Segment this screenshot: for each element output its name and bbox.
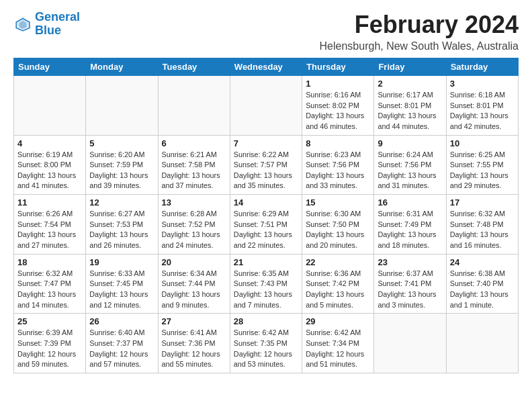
day-number: 29 bbox=[306, 316, 370, 326]
day-info: Sunrise: 6:25 AM Sunset: 7:55 PM Dayligh… bbox=[450, 150, 515, 192]
calendar-cell: 11Sunrise: 6:26 AM Sunset: 7:54 PM Dayli… bbox=[14, 195, 86, 255]
day-number: 1 bbox=[306, 79, 370, 89]
page-title: February 2024 bbox=[320, 11, 519, 39]
day-number: 20 bbox=[162, 257, 226, 267]
day-number: 17 bbox=[450, 197, 515, 208]
logo-blue: Blue bbox=[35, 24, 61, 37]
day-number: 6 bbox=[162, 138, 226, 148]
day-number: 15 bbox=[306, 197, 370, 208]
calendar-cell: 29Sunrise: 6:42 AM Sunset: 7:34 PM Dayli… bbox=[302, 314, 374, 373]
calendar-cell: 22Sunrise: 6:36 AM Sunset: 7:42 PM Dayli… bbox=[302, 254, 374, 314]
col-header-saturday: Saturday bbox=[446, 58, 518, 76]
calendar-cell: 13Sunrise: 6:28 AM Sunset: 7:52 PM Dayli… bbox=[158, 195, 230, 255]
day-info: Sunrise: 6:40 AM Sunset: 7:37 PM Dayligh… bbox=[89, 328, 154, 370]
day-info: Sunrise: 6:17 AM Sunset: 8:01 PM Dayligh… bbox=[378, 90, 442, 132]
day-number: 28 bbox=[234, 316, 298, 326]
calendar-cell bbox=[230, 76, 302, 136]
day-info: Sunrise: 6:42 AM Sunset: 7:35 PM Dayligh… bbox=[234, 328, 298, 370]
calendar-cell bbox=[446, 314, 518, 373]
day-info: Sunrise: 6:31 AM Sunset: 7:49 PM Dayligh… bbox=[378, 209, 442, 251]
day-info: Sunrise: 6:26 AM Sunset: 7:54 PM Dayligh… bbox=[17, 209, 82, 251]
day-number: 9 bbox=[378, 138, 442, 148]
calendar-cell: 21Sunrise: 6:35 AM Sunset: 7:43 PM Dayli… bbox=[230, 254, 302, 314]
day-info: Sunrise: 6:20 AM Sunset: 7:59 PM Dayligh… bbox=[89, 150, 154, 192]
logo-text: General Blue bbox=[35, 11, 80, 38]
day-info: Sunrise: 6:28 AM Sunset: 7:52 PM Dayligh… bbox=[162, 209, 226, 251]
day-number: 27 bbox=[162, 316, 226, 326]
day-number: 12 bbox=[89, 197, 154, 208]
day-info: Sunrise: 6:18 AM Sunset: 8:01 PM Dayligh… bbox=[450, 90, 515, 132]
calendar-cell: 26Sunrise: 6:40 AM Sunset: 7:37 PM Dayli… bbox=[86, 314, 158, 373]
calendar-cell bbox=[14, 76, 86, 136]
day-info: Sunrise: 6:32 AM Sunset: 7:47 PM Dayligh… bbox=[17, 269, 82, 311]
col-header-tuesday: Tuesday bbox=[158, 58, 230, 76]
day-info: Sunrise: 6:32 AM Sunset: 7:48 PM Dayligh… bbox=[450, 209, 515, 251]
calendar-cell: 6Sunrise: 6:21 AM Sunset: 7:58 PM Daylig… bbox=[158, 135, 230, 195]
day-info: Sunrise: 6:24 AM Sunset: 7:56 PM Dayligh… bbox=[378, 150, 442, 192]
calendar-cell: 24Sunrise: 6:38 AM Sunset: 7:40 PM Dayli… bbox=[446, 254, 518, 314]
calendar-cell bbox=[86, 76, 158, 136]
calendar-week-5: 25Sunrise: 6:39 AM Sunset: 7:39 PM Dayli… bbox=[14, 314, 519, 373]
day-info: Sunrise: 6:34 AM Sunset: 7:44 PM Dayligh… bbox=[162, 269, 226, 311]
logo: General Blue bbox=[13, 11, 80, 38]
day-info: Sunrise: 6:19 AM Sunset: 8:00 PM Dayligh… bbox=[17, 150, 82, 192]
day-number: 5 bbox=[89, 138, 154, 148]
calendar-cell: 1Sunrise: 6:16 AM Sunset: 8:02 PM Daylig… bbox=[302, 76, 374, 136]
day-number: 4 bbox=[17, 138, 82, 148]
calendar-cell: 5Sunrise: 6:20 AM Sunset: 7:59 PM Daylig… bbox=[86, 135, 158, 195]
calendar-cell: 12Sunrise: 6:27 AM Sunset: 7:53 PM Dayli… bbox=[86, 195, 158, 255]
calendar-cell: 20Sunrise: 6:34 AM Sunset: 7:44 PM Dayli… bbox=[158, 254, 230, 314]
day-info: Sunrise: 6:38 AM Sunset: 7:40 PM Dayligh… bbox=[450, 269, 515, 311]
calendar-week-1: 1Sunrise: 6:16 AM Sunset: 8:02 PM Daylig… bbox=[14, 76, 519, 136]
day-info: Sunrise: 6:33 AM Sunset: 7:45 PM Dayligh… bbox=[89, 269, 154, 311]
page-subtitle: Helensburgh, New South Wales, Australia bbox=[320, 40, 519, 52]
day-number: 2 bbox=[378, 79, 442, 89]
col-header-monday: Monday bbox=[86, 58, 158, 76]
day-number: 19 bbox=[89, 257, 154, 267]
calendar-week-2: 4Sunrise: 6:19 AM Sunset: 8:00 PM Daylig… bbox=[14, 135, 519, 195]
calendar-cell bbox=[158, 76, 230, 136]
calendar-cell: 23Sunrise: 6:37 AM Sunset: 7:41 PM Dayli… bbox=[374, 254, 446, 314]
day-number: 18 bbox=[17, 257, 82, 267]
day-number: 16 bbox=[378, 197, 442, 208]
day-number: 23 bbox=[378, 257, 442, 267]
day-info: Sunrise: 6:35 AM Sunset: 7:43 PM Dayligh… bbox=[234, 269, 298, 311]
calendar-week-4: 18Sunrise: 6:32 AM Sunset: 7:47 PM Dayli… bbox=[14, 254, 519, 314]
day-info: Sunrise: 6:21 AM Sunset: 7:58 PM Dayligh… bbox=[162, 150, 226, 192]
calendar-cell: 25Sunrise: 6:39 AM Sunset: 7:39 PM Dayli… bbox=[14, 314, 86, 373]
day-number: 14 bbox=[234, 197, 298, 208]
calendar-cell bbox=[374, 314, 446, 373]
day-number: 24 bbox=[450, 257, 515, 267]
day-info: Sunrise: 6:39 AM Sunset: 7:39 PM Dayligh… bbox=[17, 328, 82, 370]
calendar-cell: 3Sunrise: 6:18 AM Sunset: 8:01 PM Daylig… bbox=[446, 76, 518, 136]
day-info: Sunrise: 6:27 AM Sunset: 7:53 PM Dayligh… bbox=[89, 209, 154, 251]
calendar-cell: 27Sunrise: 6:41 AM Sunset: 7:36 PM Dayli… bbox=[158, 314, 230, 373]
calendar-table: SundayMondayTuesdayWednesdayThursdayFrid… bbox=[13, 58, 519, 373]
day-info: Sunrise: 6:30 AM Sunset: 7:50 PM Dayligh… bbox=[306, 209, 370, 251]
day-number: 3 bbox=[450, 79, 515, 89]
day-info: Sunrise: 6:23 AM Sunset: 7:56 PM Dayligh… bbox=[306, 150, 370, 192]
col-header-thursday: Thursday bbox=[302, 58, 374, 76]
col-header-wednesday: Wednesday bbox=[230, 58, 302, 76]
calendar-cell: 28Sunrise: 6:42 AM Sunset: 7:35 PM Dayli… bbox=[230, 314, 302, 373]
day-info: Sunrise: 6:41 AM Sunset: 7:36 PM Dayligh… bbox=[162, 328, 226, 370]
calendar-cell: 15Sunrise: 6:30 AM Sunset: 7:50 PM Dayli… bbox=[302, 195, 374, 255]
calendar-cell: 10Sunrise: 6:25 AM Sunset: 7:55 PM Dayli… bbox=[446, 135, 518, 195]
day-number: 7 bbox=[234, 138, 298, 148]
calendar-cell: 8Sunrise: 6:23 AM Sunset: 7:56 PM Daylig… bbox=[302, 135, 374, 195]
calendar-cell: 19Sunrise: 6:33 AM Sunset: 7:45 PM Dayli… bbox=[86, 254, 158, 314]
calendar-cell: 7Sunrise: 6:22 AM Sunset: 7:57 PM Daylig… bbox=[230, 135, 302, 195]
day-number: 21 bbox=[234, 257, 298, 267]
day-number: 22 bbox=[306, 257, 370, 267]
calendar-cell: 9Sunrise: 6:24 AM Sunset: 7:56 PM Daylig… bbox=[374, 135, 446, 195]
page-header: General Blue February 2024 Helensburgh, … bbox=[13, 11, 519, 52]
day-info: Sunrise: 6:42 AM Sunset: 7:34 PM Dayligh… bbox=[306, 328, 370, 370]
logo-general: General bbox=[35, 10, 80, 24]
day-number: 8 bbox=[306, 138, 370, 148]
logo-icon bbox=[13, 15, 32, 34]
day-info: Sunrise: 6:29 AM Sunset: 7:51 PM Dayligh… bbox=[234, 209, 298, 251]
col-header-friday: Friday bbox=[374, 58, 446, 76]
day-info: Sunrise: 6:16 AM Sunset: 8:02 PM Dayligh… bbox=[306, 90, 370, 132]
day-number: 11 bbox=[17, 197, 82, 208]
day-number: 13 bbox=[162, 197, 226, 208]
